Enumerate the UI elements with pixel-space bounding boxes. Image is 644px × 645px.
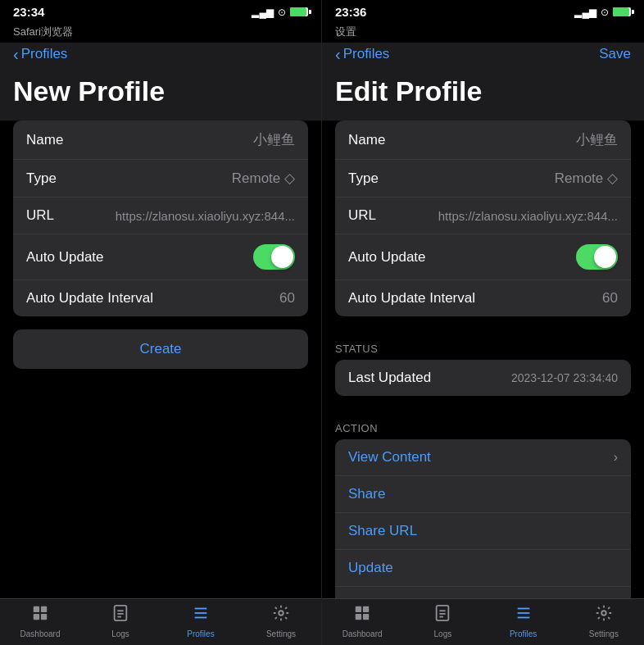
svg-point-23 <box>601 611 606 615</box>
right-signal-icon: ▂▄▆ <box>574 7 596 18</box>
wifi-icon: ⊙ <box>278 7 286 18</box>
left-dashboard-label: Dashboard <box>20 629 61 638</box>
right-view-content-row[interactable]: View Content › <box>335 439 631 476</box>
battery-icon <box>290 7 308 16</box>
left-scroll-area[interactable]: Name 小鲤鱼 Type Remote ◇ URL https://zlano… <box>0 120 321 598</box>
svg-rect-2 <box>34 614 39 620</box>
left-tab-dashboard[interactable]: Dashboard <box>0 604 80 638</box>
svg-point-11 <box>279 611 283 615</box>
left-app-title-bar: Safari浏览器 <box>0 22 321 43</box>
svg-rect-14 <box>356 614 361 620</box>
right-app-source: 设置 <box>335 25 356 38</box>
left-status-icons: ▂▄▆ ⊙ <box>252 7 308 18</box>
right-update-row[interactable]: Update <box>335 550 631 587</box>
right-view-content-label: View Content <box>348 449 431 466</box>
right-tab-dashboard[interactable]: Dashboard <box>322 604 402 638</box>
right-status-form: Last Updated 2023-12-07 23:34:40 <box>335 360 631 396</box>
right-auto-update-label: Auto Update <box>348 249 426 266</box>
left-tab-settings[interactable]: Settings <box>241 604 321 638</box>
left-page-title-area: New Profile <box>0 69 321 120</box>
left-tab-profiles[interactable]: Profiles <box>161 604 241 638</box>
right-delete-row[interactable]: Delete <box>335 587 631 598</box>
right-status-icons: ▂▄▆ ⊙ <box>574 7 631 18</box>
settings-icon-left <box>272 604 290 627</box>
right-action-section: ACTION View Content › Share Share URL Up… <box>322 409 644 598</box>
left-create-label: Create <box>139 341 181 357</box>
right-save-button[interactable]: Save <box>599 46 631 62</box>
right-update-label: Update <box>348 560 393 576</box>
left-auto-update-row[interactable]: Auto Update <box>13 234 308 280</box>
left-create-section: Create <box>13 329 308 369</box>
right-last-updated-value: 2023-12-07 23:34:40 <box>511 371 618 384</box>
signal-icon: ▂▄▆ <box>252 7 274 18</box>
left-name-row[interactable]: Name 小鲤鱼 <box>13 120 308 160</box>
right-tab-profiles[interactable]: Profiles <box>483 604 564 638</box>
left-screen: 23:34 ▂▄▆ ⊙ Safari浏览器 ‹ Profiles New Pro… <box>0 0 322 645</box>
right-logs-label: Logs <box>434 629 452 638</box>
right-interval-value: 60 <box>602 290 618 307</box>
right-type-row[interactable]: Type Remote ◇ <box>335 160 631 198</box>
right-wifi-icon: ⊙ <box>601 7 609 18</box>
right-back-button[interactable]: ‹ Profiles <box>335 46 389 62</box>
right-tab-logs[interactable]: Logs <box>402 604 483 638</box>
svg-rect-13 <box>363 606 369 612</box>
right-view-content-chevron-icon: › <box>614 450 618 465</box>
right-action-form: View Content › Share Share URL Update De… <box>335 439 631 598</box>
left-name-value: 小鲤鱼 <box>253 130 295 149</box>
right-profiles-icon <box>515 604 533 627</box>
svg-rect-0 <box>34 606 39 612</box>
svg-rect-1 <box>41 606 47 612</box>
right-name-label: Name <box>348 132 385 148</box>
left-form-section: Name 小鲤鱼 Type Remote ◇ URL https://zlano… <box>13 120 308 316</box>
right-scroll-area[interactable]: Name 小鲤鱼 Type Remote ◇ URL https://zlano… <box>322 120 644 598</box>
right-screen: 23:36 ▂▄▆ ⊙ 设置 ‹ Profiles Save Edit Prof… <box>322 0 644 645</box>
right-url-row[interactable]: URL https://zlanosu.xiaoliyu.xyz:844... <box>335 198 631 234</box>
right-interval-row[interactable]: Auto Update Interval 60 <box>335 280 631 316</box>
right-share-url-row[interactable]: Share URL <box>335 513 631 550</box>
right-app-title-bar: 设置 <box>322 22 644 43</box>
left-tab-bar: Dashboard Logs Profiles Settings <box>0 598 321 645</box>
right-tab-bar: Dashboard Logs Profiles Settings <box>322 598 644 645</box>
left-auto-update-toggle[interactable] <box>253 244 295 270</box>
left-interval-label: Auto Update Interval <box>26 290 153 307</box>
left-url-row[interactable]: URL https://zlanosu.xiaoliyu.xyz:844... <box>13 198 308 234</box>
right-page-title: Edit Profile <box>335 75 631 107</box>
right-share-row[interactable]: Share <box>335 476 631 513</box>
left-app-source: Safari浏览器 <box>13 25 73 38</box>
left-url-label: URL <box>26 207 54 224</box>
left-logs-label: Logs <box>111 629 129 638</box>
right-status-section: STATUS Last Updated 2023-12-07 23:34:40 <box>322 329 644 396</box>
right-share-url-label: Share URL <box>348 523 417 539</box>
right-interval-label: Auto Update Interval <box>348 290 475 307</box>
left-url-value: https://zlanosu.xiaoliyu.xyz:844... <box>116 209 295 223</box>
left-nav-bar: ‹ Profiles <box>0 43 321 69</box>
left-interval-row[interactable]: Auto Update Interval 60 <box>13 280 308 316</box>
right-share-label: Share <box>348 486 385 502</box>
left-create-button[interactable]: Create <box>13 329 308 369</box>
right-url-value: https://zlanosu.xiaoliyu.xyz:844... <box>438 209 618 223</box>
right-tab-settings[interactable]: Settings <box>564 604 644 638</box>
right-last-updated-row: Last Updated 2023-12-07 23:34:40 <box>335 360 631 396</box>
left-profiles-tab-label: Profiles <box>187 629 214 638</box>
left-tab-logs[interactable]: Logs <box>80 604 161 638</box>
right-back-chevron-icon: ‹ <box>335 46 341 62</box>
right-auto-update-row[interactable]: Auto Update <box>335 234 631 280</box>
left-settings-label: Settings <box>266 629 296 638</box>
left-page-title: New Profile <box>13 75 308 107</box>
left-status-bar: 23:34 ▂▄▆ ⊙ <box>0 0 321 22</box>
right-time: 23:36 <box>335 5 366 19</box>
right-profiles-tab-label: Profiles <box>510 629 537 638</box>
logs-icon <box>111 604 129 627</box>
right-settings-icon <box>595 604 613 627</box>
right-name-row[interactable]: Name 小鲤鱼 <box>335 120 631 160</box>
left-time: 23:34 <box>13 5 44 19</box>
right-last-updated-label: Last Updated <box>348 370 431 386</box>
svg-rect-15 <box>363 614 369 620</box>
right-page-title-area: Edit Profile <box>322 69 644 120</box>
right-logs-icon <box>433 604 451 627</box>
left-type-row[interactable]: Type Remote ◇ <box>13 160 308 198</box>
right-auto-update-toggle[interactable] <box>576 244 618 270</box>
svg-rect-3 <box>41 614 47 620</box>
left-back-chevron-icon: ‹ <box>13 46 19 62</box>
left-back-button[interactable]: ‹ Profiles <box>13 46 67 62</box>
